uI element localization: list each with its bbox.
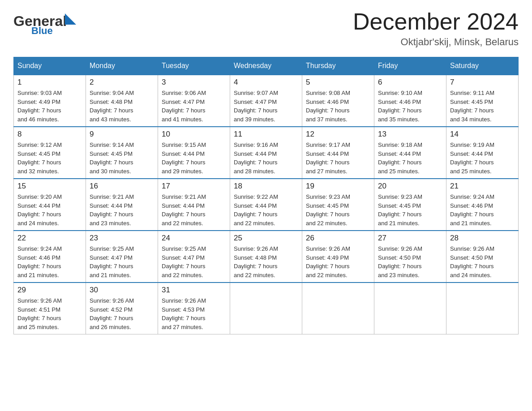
day-number: 23	[90, 234, 154, 243]
day-info: Sunrise: 9:18 AMSunset: 4:44 PMDaylight:…	[378, 141, 442, 176]
col-monday: Monday	[86, 57, 158, 75]
day-number: 19	[306, 182, 370, 191]
day-number: 6	[378, 78, 442, 87]
col-friday: Friday	[374, 57, 446, 75]
day-info: Sunrise: 9:10 AMSunset: 4:46 PMDaylight:…	[378, 89, 442, 124]
table-row: 13Sunrise: 9:18 AMSunset: 4:44 PMDayligh…	[374, 127, 446, 179]
table-row: 25Sunrise: 9:26 AMSunset: 4:48 PMDayligh…	[230, 231, 302, 283]
day-number: 7	[450, 78, 515, 87]
day-info: Sunrise: 9:16 AMSunset: 4:44 PMDaylight:…	[234, 141, 298, 176]
day-info: Sunrise: 9:04 AMSunset: 4:48 PMDaylight:…	[90, 89, 154, 124]
table-row: 2Sunrise: 9:04 AMSunset: 4:48 PMDaylight…	[86, 75, 158, 127]
table-row: 11Sunrise: 9:16 AMSunset: 4:44 PMDayligh…	[230, 127, 302, 179]
day-number: 3	[162, 78, 226, 87]
day-number: 5	[306, 78, 370, 87]
day-info: Sunrise: 9:21 AMSunset: 4:44 PMDaylight:…	[90, 193, 154, 227]
day-info: Sunrise: 9:11 AMSunset: 4:45 PMDaylight:…	[450, 89, 515, 124]
day-info: Sunrise: 9:23 AMSunset: 4:45 PMDaylight:…	[306, 193, 370, 227]
day-number: 26	[306, 234, 370, 243]
day-info: Sunrise: 9:17 AMSunset: 4:44 PMDaylight:…	[306, 141, 370, 176]
table-row: 1Sunrise: 9:03 AMSunset: 4:49 PMDaylight…	[14, 75, 86, 127]
title-section: December 2024 Oktjabr'skij, Minsk, Belar…	[353, 9, 519, 48]
day-info: Sunrise: 9:26 AMSunset: 4:53 PMDaylight:…	[162, 296, 226, 331]
month-title: December 2024	[353, 9, 519, 34]
day-info: Sunrise: 9:21 AMSunset: 4:44 PMDaylight:…	[162, 193, 226, 227]
table-row: 30Sunrise: 9:26 AMSunset: 4:52 PMDayligh…	[86, 283, 158, 334]
day-number: 8	[17, 130, 82, 139]
table-row: 21Sunrise: 9:24 AMSunset: 4:46 PMDayligh…	[446, 179, 519, 231]
day-number: 14	[450, 130, 515, 139]
table-row: 6Sunrise: 9:10 AMSunset: 4:46 PMDaylight…	[374, 75, 446, 127]
day-info: Sunrise: 9:14 AMSunset: 4:45 PMDaylight:…	[90, 141, 154, 176]
page-header: General Blue December 2024 Oktjabr'skij,…	[13, 9, 519, 48]
location: Oktjabr'skij, Minsk, Belarus	[353, 36, 519, 48]
day-info: Sunrise: 9:26 AMSunset: 4:52 PMDaylight:…	[90, 296, 154, 331]
day-info: Sunrise: 9:24 AMSunset: 4:46 PMDaylight:…	[17, 244, 82, 279]
day-number: 22	[17, 234, 82, 243]
day-info: Sunrise: 9:26 AMSunset: 4:48 PMDaylight:…	[234, 244, 298, 279]
table-row	[302, 283, 374, 334]
day-number: 17	[162, 182, 226, 191]
day-info: Sunrise: 9:06 AMSunset: 4:47 PMDaylight:…	[162, 89, 226, 124]
logo: General Blue	[13, 9, 83, 36]
day-info: Sunrise: 9:03 AMSunset: 4:49 PMDaylight:…	[17, 89, 82, 124]
svg-text:Blue: Blue	[31, 25, 53, 36]
day-number: 16	[90, 182, 154, 191]
table-row: 9Sunrise: 9:14 AMSunset: 4:45 PMDaylight…	[86, 127, 158, 179]
day-number: 13	[378, 130, 442, 139]
day-number: 28	[450, 234, 515, 243]
day-info: Sunrise: 9:26 AMSunset: 4:49 PMDaylight:…	[306, 244, 370, 279]
table-row	[374, 283, 446, 334]
table-row: 31Sunrise: 9:26 AMSunset: 4:53 PMDayligh…	[158, 283, 230, 334]
svg-marker-1	[65, 13, 76, 25]
week-row-4: 22Sunrise: 9:24 AMSunset: 4:46 PMDayligh…	[14, 231, 519, 283]
day-info: Sunrise: 9:25 AMSunset: 4:47 PMDaylight:…	[162, 244, 226, 279]
table-row: 27Sunrise: 9:26 AMSunset: 4:50 PMDayligh…	[374, 231, 446, 283]
day-number: 20	[378, 182, 442, 191]
day-info: Sunrise: 9:26 AMSunset: 4:50 PMDaylight:…	[450, 244, 515, 279]
day-number: 31	[162, 286, 226, 295]
day-number: 2	[90, 78, 154, 87]
table-row	[446, 283, 519, 334]
day-info: Sunrise: 9:23 AMSunset: 4:45 PMDaylight:…	[378, 193, 442, 227]
table-row: 14Sunrise: 9:19 AMSunset: 4:44 PMDayligh…	[446, 127, 519, 179]
table-row: 7Sunrise: 9:11 AMSunset: 4:45 PMDaylight…	[446, 75, 519, 127]
table-row: 29Sunrise: 9:26 AMSunset: 4:51 PMDayligh…	[14, 283, 86, 334]
day-number: 10	[162, 130, 226, 139]
table-row: 15Sunrise: 9:20 AMSunset: 4:44 PMDayligh…	[14, 179, 86, 231]
day-info: Sunrise: 9:19 AMSunset: 4:44 PMDaylight:…	[450, 141, 515, 176]
table-row: 12Sunrise: 9:17 AMSunset: 4:44 PMDayligh…	[302, 127, 374, 179]
table-row	[230, 283, 302, 334]
week-row-1: 1Sunrise: 9:03 AMSunset: 4:49 PMDaylight…	[14, 75, 519, 127]
table-row: 20Sunrise: 9:23 AMSunset: 4:45 PMDayligh…	[374, 179, 446, 231]
table-row: 19Sunrise: 9:23 AMSunset: 4:45 PMDayligh…	[302, 179, 374, 231]
table-row: 10Sunrise: 9:15 AMSunset: 4:44 PMDayligh…	[158, 127, 230, 179]
col-thursday: Thursday	[302, 57, 374, 75]
col-saturday: Saturday	[446, 57, 519, 75]
day-number: 30	[90, 286, 154, 295]
day-info: Sunrise: 9:07 AMSunset: 4:47 PMDaylight:…	[234, 89, 298, 124]
week-row-5: 29Sunrise: 9:26 AMSunset: 4:51 PMDayligh…	[14, 283, 519, 334]
table-row: 17Sunrise: 9:21 AMSunset: 4:44 PMDayligh…	[158, 179, 230, 231]
day-info: Sunrise: 9:26 AMSunset: 4:51 PMDaylight:…	[17, 296, 82, 331]
day-info: Sunrise: 9:22 AMSunset: 4:44 PMDaylight:…	[234, 193, 298, 227]
day-number: 25	[234, 234, 298, 243]
day-info: Sunrise: 9:26 AMSunset: 4:50 PMDaylight:…	[378, 244, 442, 279]
day-number: 18	[234, 182, 298, 191]
day-number: 11	[234, 130, 298, 139]
day-number: 27	[378, 234, 442, 243]
table-row: 5Sunrise: 9:08 AMSunset: 4:46 PMDaylight…	[302, 75, 374, 127]
table-row: 23Sunrise: 9:25 AMSunset: 4:47 PMDayligh…	[86, 231, 158, 283]
day-number: 15	[17, 182, 82, 191]
table-row: 3Sunrise: 9:06 AMSunset: 4:47 PMDaylight…	[158, 75, 230, 127]
col-tuesday: Tuesday	[158, 57, 230, 75]
table-row: 26Sunrise: 9:26 AMSunset: 4:49 PMDayligh…	[302, 231, 374, 283]
calendar-header-row: Sunday Monday Tuesday Wednesday Thursday…	[14, 57, 519, 75]
col-wednesday: Wednesday	[230, 57, 302, 75]
logo-svg: General Blue	[13, 9, 83, 36]
table-row: 24Sunrise: 9:25 AMSunset: 4:47 PMDayligh…	[158, 231, 230, 283]
col-sunday: Sunday	[14, 57, 86, 75]
day-number: 29	[17, 286, 82, 295]
week-row-2: 8Sunrise: 9:12 AMSunset: 4:45 PMDaylight…	[14, 127, 519, 179]
day-number: 9	[90, 130, 154, 139]
